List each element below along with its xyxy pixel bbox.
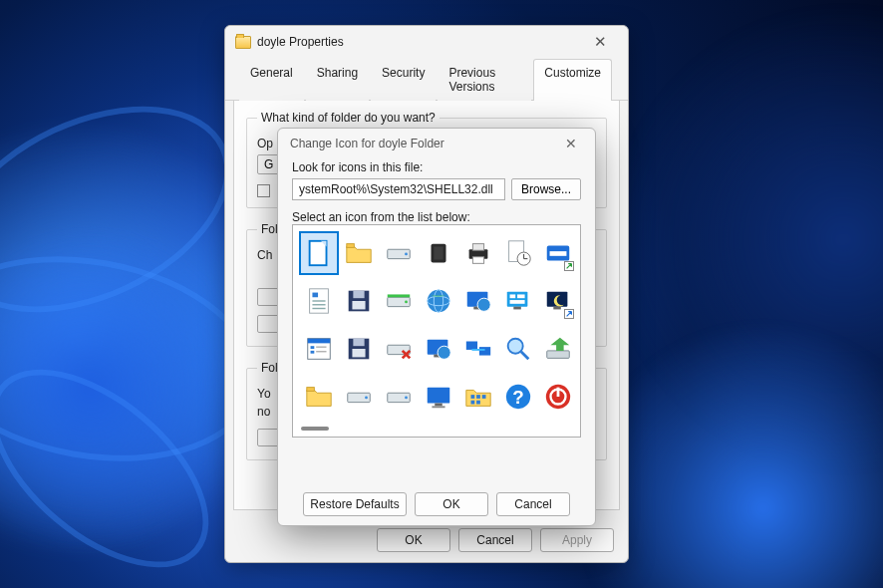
monitor-globe-icon[interactable] (460, 281, 496, 321)
list-window-icon[interactable] (301, 329, 337, 369)
svg-rect-70 (471, 401, 475, 405)
shortcut-overlay-icon (564, 261, 574, 271)
tab-general[interactable]: General (239, 59, 304, 101)
apply-subfolders-checkbox[interactable] (257, 184, 270, 197)
svg-rect-59 (307, 388, 315, 392)
change-icon-close-button[interactable]: ✕ (553, 133, 589, 154)
svg-point-52 (438, 346, 450, 359)
change-icon-titlebar[interactable]: Change Icon for doyle Folder ✕ (278, 129, 595, 158)
svg-rect-65 (435, 404, 442, 407)
drive3-icon[interactable] (381, 377, 417, 417)
svg-rect-22 (353, 291, 364, 299)
svg-rect-42 (311, 346, 315, 349)
globe-monitor-icon[interactable] (421, 329, 456, 369)
svg-rect-39 (553, 307, 561, 310)
folder-open-icon[interactable] (301, 377, 337, 417)
change-icon-body: Look for icons in this file: Browse... S… (278, 158, 595, 483)
folder-icon (235, 36, 251, 49)
tab-strip: General Sharing Security Previous Versio… (225, 58, 628, 101)
svg-rect-6 (434, 246, 442, 259)
tab-security[interactable]: Security (371, 59, 436, 101)
folder-icon[interactable] (341, 233, 377, 273)
svg-rect-17 (312, 293, 318, 298)
floppy-icon[interactable] (341, 281, 377, 321)
svg-rect-68 (476, 395, 480, 399)
arrow-drive-icon[interactable] (540, 329, 576, 369)
ok-button[interactable]: OK (377, 528, 450, 552)
close-button[interactable]: ✕ (580, 30, 620, 54)
globe-icon[interactable] (421, 281, 456, 321)
tab-customize[interactable]: Customize (533, 59, 612, 101)
svg-rect-71 (476, 401, 480, 405)
change-icon-title: Change Icon for doyle Folder (290, 137, 444, 150)
icon-list[interactable]: ? (292, 224, 581, 438)
drive2-icon[interactable] (341, 377, 377, 417)
svg-text:?: ? (512, 387, 523, 408)
printer-icon[interactable] (460, 233, 496, 273)
svg-rect-33 (507, 292, 528, 307)
svg-rect-2 (347, 244, 355, 248)
drive-x-icon[interactable] (381, 329, 417, 369)
horizontal-scroll-thumb[interactable] (301, 427, 329, 431)
change-icon-ok-button[interactable]: OK (415, 492, 488, 516)
group-folder-kind-legend: What kind of folder do you want? (257, 111, 440, 125)
svg-rect-35 (517, 294, 525, 298)
svg-point-56 (508, 339, 523, 354)
svg-point-61 (365, 397, 368, 400)
svg-rect-67 (471, 395, 475, 399)
svg-rect-48 (352, 349, 365, 357)
browse-button[interactable]: Browse... (511, 178, 581, 200)
network-monitors-icon[interactable] (460, 329, 496, 369)
svg-rect-58 (547, 351, 570, 359)
magnifier-icon[interactable] (500, 329, 536, 369)
svg-rect-41 (308, 339, 331, 344)
change-icon-cancel-button[interactable]: Cancel (496, 492, 570, 516)
shortcut-overlay-icon (564, 309, 574, 319)
doc-lines-icon[interactable] (301, 281, 337, 321)
svg-rect-54 (479, 347, 490, 355)
grid-folder-icon[interactable] (460, 377, 496, 417)
apply-button[interactable]: Apply (540, 528, 614, 552)
floppy-share-icon[interactable] (341, 329, 377, 369)
chip-icon[interactable] (421, 233, 456, 273)
moon-monitor-icon[interactable] (540, 281, 576, 321)
control-panel-icon[interactable] (500, 281, 536, 321)
svg-rect-69 (482, 395, 486, 399)
drive-green-icon[interactable] (381, 281, 417, 321)
document-icon[interactable] (301, 233, 337, 273)
run-window-icon[interactable] (540, 233, 576, 273)
svg-point-27 (428, 290, 450, 313)
titlebar[interactable]: doyle Properties ✕ (225, 26, 628, 58)
svg-rect-23 (352, 301, 365, 309)
window-title: doyle Properties (257, 35, 344, 49)
svg-rect-8 (472, 244, 483, 251)
clock-doc-icon[interactable] (500, 233, 536, 273)
svg-point-32 (477, 298, 490, 311)
svg-rect-53 (466, 342, 477, 350)
cancel-button[interactable]: Cancel (458, 528, 532, 552)
svg-point-25 (405, 301, 408, 304)
svg-rect-64 (428, 388, 450, 404)
svg-point-4 (405, 253, 408, 256)
monitor-icon[interactable] (421, 377, 456, 417)
svg-rect-15 (550, 251, 567, 256)
svg-rect-34 (510, 294, 516, 298)
select-icon-label: Select an icon from the list below: (292, 210, 581, 224)
icon-path-input[interactable] (292, 178, 505, 200)
change-icon-dialog: Change Icon for doyle Folder ✕ Look for … (277, 128, 596, 526)
svg-rect-0 (310, 241, 327, 265)
look-for-label: Look for icons in this file: (292, 160, 581, 174)
drive-icon[interactable] (381, 233, 417, 273)
change-icon-button-bar: Restore Defaults OK Cancel (278, 483, 595, 525)
svg-point-63 (405, 397, 408, 400)
svg-rect-47 (353, 339, 364, 347)
svg-rect-66 (432, 406, 444, 408)
power-icon[interactable] (540, 377, 576, 417)
tab-sharing[interactable]: Sharing (306, 59, 369, 101)
svg-line-57 (521, 352, 529, 360)
svg-rect-37 (513, 307, 521, 310)
help-icon[interactable]: ? (500, 377, 536, 417)
restore-defaults-button[interactable]: Restore Defaults (303, 492, 407, 516)
tab-previous-versions[interactable]: Previous Versions (438, 59, 531, 101)
svg-rect-43 (311, 351, 315, 354)
